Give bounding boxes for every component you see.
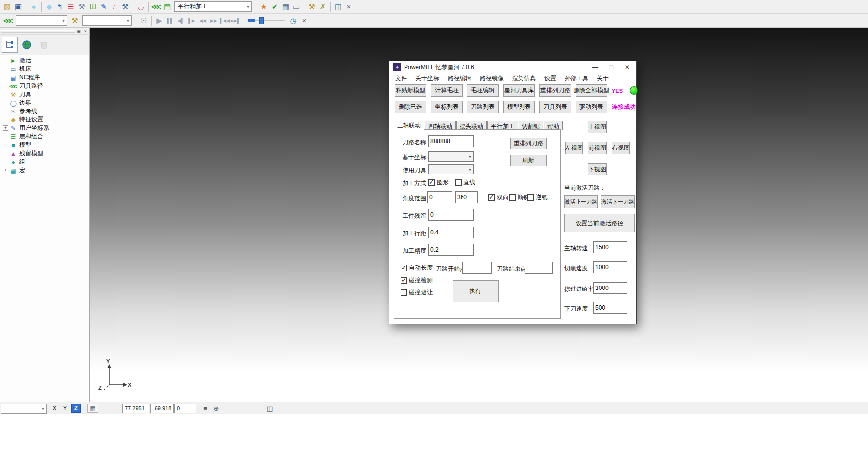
points-icon[interactable]: ∴	[109, 1, 120, 13]
axis-x-button[interactable]: X	[50, 404, 59, 413]
simulation-speed-slider[interactable]	[248, 16, 285, 26]
status-combobox[interactable]: ▾	[1, 404, 47, 414]
tool-select-icon[interactable]: ⚒	[69, 15, 80, 27]
cross-arrows-icon[interactable]: ✗	[317, 1, 328, 13]
tool-mount-icon[interactable]: ⚒	[76, 1, 87, 13]
dialog-action-button[interactable]: 星河刀具库	[503, 84, 535, 97]
dialog-action-button[interactable]: 刀路列表	[467, 101, 499, 113]
plunge-speed-input[interactable]	[593, 302, 627, 314]
axis-z-button[interactable]: Z	[71, 404, 81, 413]
auto-length-checkbox[interactable]: 自动长度	[401, 264, 433, 272]
activate-next-toolpath-button[interactable]: 激活下一刀路	[601, 195, 635, 208]
tab-explorer-tree[interactable]	[2, 37, 18, 53]
tab-item[interactable]: 切割锯	[519, 121, 543, 130]
tolerance-input[interactable]	[428, 244, 474, 256]
menu-item[interactable]: 设置	[544, 74, 556, 83]
menu-item[interactable]: 关于坐标	[415, 74, 439, 83]
bulb-icon[interactable]: ☉	[138, 15, 149, 27]
save-project-icon[interactable]: ▣	[13, 1, 24, 13]
dialog-action-button[interactable]: 刀具列表	[539, 101, 571, 113]
strategy-sheet-icon[interactable]: ▤	[162, 1, 173, 13]
slider-thumb[interactable]	[259, 17, 264, 24]
step-back-icon[interactable]: ◀▌	[175, 15, 186, 27]
coord-select[interactable]: ▾	[428, 151, 474, 162]
coord-x-field[interactable]: 77.2951	[122, 404, 149, 413]
menu-item[interactable]: 文件	[395, 74, 407, 83]
open-project-icon[interactable]: ▨	[2, 1, 13, 13]
list-options-icon[interactable]: ≡	[200, 404, 210, 413]
play-icon[interactable]: ▶	[154, 15, 165, 27]
tab-item[interactable]: 四轴联动	[425, 121, 456, 130]
toolpath-star-icon[interactable]: ★	[258, 1, 269, 13]
tree-item[interactable]: ◯边界	[3, 99, 89, 107]
tree-item[interactable]: +▦宏	[3, 166, 89, 174]
tree-item[interactable]: ☰层和组合	[3, 132, 89, 141]
refresh-button[interactable]: 刷新	[510, 155, 547, 166]
menu-item[interactable]: 外部工具	[565, 74, 588, 83]
sim-tool-combobox[interactable]: ▾	[82, 15, 132, 26]
sim-close-icon[interactable]: ×	[299, 15, 310, 27]
angle-to-input[interactable]	[455, 191, 478, 203]
tab-explorer-web[interactable]	[19, 37, 35, 53]
climb-checkbox[interactable]: 顺铣	[509, 193, 529, 202]
left-view-button[interactable]: 左视图	[565, 142, 583, 154]
step-forward-icon[interactable]: ▌▶	[186, 15, 197, 27]
mode-line-checkbox[interactable]: 直线	[455, 178, 475, 187]
mode-circle-checkbox[interactable]: 圆形	[428, 178, 449, 187]
tree-item[interactable]: ▭机床	[3, 65, 89, 73]
calculator-icon[interactable]: ▦	[280, 1, 291, 13]
cutting-speed-input[interactable]	[593, 261, 627, 273]
end-point-input[interactable]	[525, 262, 553, 274]
stock-edit-icon[interactable]: ☰	[65, 1, 76, 13]
tool-block-icon[interactable]: ⚒	[120, 1, 131, 13]
close-button[interactable]: ✕	[620, 62, 634, 72]
mirror-cylinders-icon[interactable]: ◫	[333, 1, 344, 13]
coord-z-field[interactable]: 0	[174, 404, 196, 413]
tree-item[interactable]: ▤NC程序	[3, 73, 89, 82]
skip-start-icon[interactable]: ▌◀◀	[219, 15, 230, 27]
front-view-button[interactable]: 前视图	[588, 142, 607, 154]
menu-item[interactable]: 关于	[597, 74, 609, 83]
tool-verify-icon[interactable]: ✔	[269, 1, 280, 13]
tree-item[interactable]: ⚒刀具	[3, 90, 89, 99]
bottom-view-button[interactable]: 下视图	[588, 163, 607, 175]
tab-item[interactable]: 平行加工	[487, 121, 518, 130]
close-panel-icon[interactable]: ×	[82, 28, 89, 34]
toolpath-select-icon[interactable]: ⋘	[3, 15, 14, 27]
block-icon[interactable]: ◆	[44, 1, 55, 13]
tab-item[interactable]: 摆头联动	[456, 121, 487, 130]
minimize-button[interactable]: —	[588, 62, 602, 72]
tree-item[interactable]: ✂参考线	[3, 107, 89, 116]
tree-item[interactable]: ◆特征设置	[3, 116, 89, 124]
tab-item[interactable]: 帮助	[544, 121, 563, 130]
coord-y-field[interactable]: -69.918	[150, 404, 174, 413]
dialog-action-button[interactable]: 毛坯编辑	[467, 84, 499, 97]
set-active-path-button[interactable]: 设置当前激活路径	[564, 214, 635, 232]
strategy-combobox[interactable]: 平行精加工 ▾	[174, 1, 252, 12]
stepover-input[interactable]	[428, 227, 474, 238]
cursor-target-icon[interactable]: ⊕	[211, 404, 221, 413]
start-point-input[interactable]	[462, 262, 492, 274]
tree-item[interactable]: +✎用户坐标系	[3, 124, 89, 132]
dialog-action-button[interactable]: 删除全部模型	[576, 84, 607, 97]
maximize-button[interactable]: ▢	[604, 62, 618, 72]
tool-contact-icon[interactable]: ◡	[135, 1, 146, 13]
holder-icon[interactable]: Ш	[87, 1, 98, 13]
spindle-speed-input[interactable]	[593, 241, 627, 253]
top-view-button[interactable]: 上视图	[588, 121, 607, 133]
execute-button[interactable]: 执行	[453, 280, 499, 302]
right-view-button[interactable]: 右视图	[612, 142, 630, 154]
curve-draw-icon[interactable]: ✎	[98, 1, 109, 13]
menu-item[interactable]: 路径编辑	[448, 74, 471, 83]
collision-avoid-checkbox[interactable]: 碰撞避让	[401, 289, 433, 297]
dialog-action-button[interactable]: 驱动列表	[576, 101, 607, 113]
tree-item[interactable]: ▲残留模型	[3, 149, 89, 158]
dialog-action-button[interactable]: 计算毛坯	[431, 84, 463, 97]
bidirectional-checkbox[interactable]: 双向	[488, 193, 509, 202]
skip-end-icon[interactable]: ▶▶▌	[230, 15, 241, 27]
tool-pair-icon[interactable]: ⚒	[306, 1, 317, 13]
toolbar-close-icon[interactable]: ×	[344, 1, 354, 13]
reorder-toolpaths-button[interactable]: 重排列刀路	[510, 138, 547, 149]
tab-explorer-trash[interactable]	[36, 37, 52, 53]
dialog-action-button[interactable]: 粘贴新模型	[395, 84, 426, 97]
